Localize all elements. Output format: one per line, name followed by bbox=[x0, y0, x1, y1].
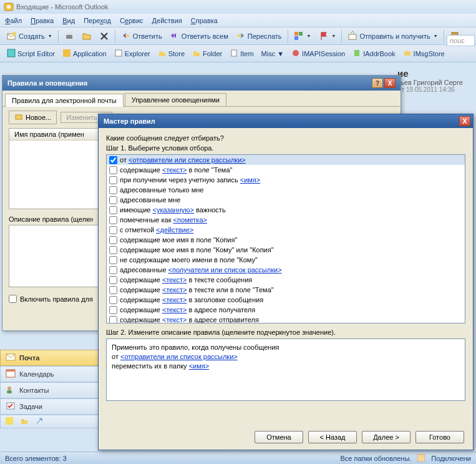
menu-help[interactable]: Справка bbox=[191, 17, 218, 24]
send-receive-button[interactable]: Отправить и получить▼ bbox=[344, 30, 440, 42]
toolbar-main: Создать▼ Ответить Ответить всем Переслат… bbox=[0, 27, 476, 45]
menu-file[interactable]: Файл bbox=[5, 17, 22, 24]
condition-checkbox[interactable] bbox=[109, 276, 117, 284]
condition-checkbox[interactable] bbox=[109, 226, 117, 234]
rules-dialog-header[interactable]: Правила и оповещения ? X bbox=[2, 76, 401, 91]
menubar: Файл Правка Вид Переход Сервис Действия … bbox=[0, 14, 476, 27]
condition-link[interactable]: <текст> bbox=[162, 306, 187, 313]
wizard-back-button[interactable]: < Назад bbox=[308, 431, 357, 443]
desc-sender-link[interactable]: <отправители или список рассылки> bbox=[120, 353, 238, 360]
condition-link[interactable]: <действие> bbox=[156, 226, 193, 234]
flag-button[interactable]: ▼ bbox=[316, 30, 339, 42]
conditions-list[interactable]: от <отправители или список рассылки>соде… bbox=[106, 154, 465, 323]
condition-item[interactable]: содержащие <текст> в поле "Тема" bbox=[107, 165, 465, 175]
close-button[interactable]: X bbox=[384, 78, 396, 88]
move-button[interactable] bbox=[79, 30, 95, 42]
condition-item[interactable]: имеющие <указанную> важность bbox=[107, 205, 465, 215]
nav-tasks[interactable]: Задачи bbox=[0, 398, 100, 415]
condition-link[interactable]: <имя> bbox=[240, 176, 261, 184]
wizard-header[interactable]: Мастер правил X bbox=[99, 114, 473, 128]
condition-link[interactable]: <текст> bbox=[162, 286, 187, 294]
condition-checkbox[interactable] bbox=[109, 256, 117, 264]
menu-edit[interactable]: Правка bbox=[31, 17, 54, 24]
condition-item[interactable]: содержащие <текст> в адресе получателя bbox=[107, 305, 465, 315]
reply-all-button[interactable]: Ответить всем bbox=[167, 30, 231, 42]
desc-folder-link[interactable]: <имя> bbox=[189, 362, 210, 370]
svg-rect-10 bbox=[294, 36, 298, 40]
item-button[interactable]: Item bbox=[226, 47, 256, 60]
menu-service[interactable]: Сервис bbox=[120, 17, 143, 24]
delete-button[interactable] bbox=[96, 30, 112, 42]
condition-item[interactable]: содержащие <текст> в тексте или в поле "… bbox=[107, 285, 465, 295]
store-button[interactable]: Store bbox=[155, 47, 188, 60]
condition-checkbox[interactable] bbox=[109, 206, 117, 214]
condition-link[interactable]: <текст> bbox=[162, 276, 187, 284]
tab-alerts[interactable]: Управление оповещениями bbox=[125, 93, 226, 106]
menu-goto[interactable]: Переход bbox=[84, 17, 111, 24]
condition-checkbox[interactable] bbox=[109, 196, 117, 204]
mapi-button[interactable]: IMAPISession bbox=[288, 47, 348, 60]
wizard-next-button[interactable]: Далее > bbox=[362, 431, 410, 443]
print-button[interactable] bbox=[61, 30, 77, 42]
nav-mail[interactable]: Почта bbox=[0, 350, 100, 366]
condition-item[interactable]: содержащие мое имя в поле "Кому" или "Ко… bbox=[107, 245, 465, 255]
condition-item[interactable]: адресованные <получатели или список расс… bbox=[107, 265, 465, 275]
misc-button[interactable]: Misc▼ bbox=[258, 49, 288, 59]
categorize-button[interactable]: ▼ bbox=[291, 30, 314, 42]
menu-actions[interactable]: Действия bbox=[152, 17, 182, 24]
condition-checkbox[interactable] bbox=[109, 216, 117, 224]
condition-item[interactable]: помеченные как <пометка> bbox=[107, 215, 465, 225]
condition-link[interactable]: <получатели или список рассылки> bbox=[168, 266, 282, 274]
condition-checkbox[interactable] bbox=[109, 266, 117, 274]
condition-item[interactable]: содержащие <текст> в тексте сообщения bbox=[107, 275, 465, 285]
condition-item[interactable]: от <отправители или список рассылки> bbox=[107, 155, 465, 165]
nav-contacts[interactable]: Контакты bbox=[0, 382, 100, 398]
explorer-button[interactable]: Explorer bbox=[111, 47, 153, 60]
condition-link[interactable]: <пометка> bbox=[173, 216, 207, 224]
wizard-finish-button[interactable]: Готово bbox=[415, 431, 464, 443]
condition-checkbox[interactable] bbox=[109, 156, 117, 164]
nav-shortcuts[interactable] bbox=[0, 415, 100, 428]
condition-link[interactable]: <текст> bbox=[162, 296, 187, 304]
statusbar: Всего элементов: 3 Все папки обновлены. … bbox=[0, 452, 476, 464]
application-button[interactable]: Application bbox=[59, 47, 110, 60]
forward-button[interactable]: Переслать bbox=[233, 30, 285, 42]
condition-link[interactable]: <текст> bbox=[162, 166, 187, 174]
folder-button[interactable]: Folder bbox=[189, 47, 225, 60]
wizard-close-button[interactable]: X bbox=[459, 116, 470, 126]
new-button[interactable]: Создать▼ bbox=[4, 30, 56, 42]
condition-item[interactable]: при получении через учетную запись <имя> bbox=[107, 175, 465, 185]
condition-item[interactable]: содержащие мое имя в поле "Копия" bbox=[107, 235, 465, 245]
condition-item[interactable]: адресованные мне bbox=[107, 195, 465, 205]
wizard-cancel-button[interactable]: Отмена bbox=[255, 431, 303, 443]
condition-checkbox[interactable] bbox=[109, 286, 117, 294]
script-editor-button[interactable]: Script Editor bbox=[4, 47, 58, 60]
condition-checkbox[interactable] bbox=[109, 296, 117, 304]
menu-view[interactable]: Вид bbox=[62, 17, 75, 24]
condition-item[interactable]: не содержащие моего имени в поле "Кому" bbox=[107, 255, 465, 265]
condition-checkbox[interactable] bbox=[109, 166, 117, 174]
tab-email-rules[interactable]: Правила для электронной почты bbox=[5, 94, 124, 107]
condition-link[interactable]: <отправители или список рассылки> bbox=[129, 156, 246, 164]
condition-checkbox[interactable] bbox=[109, 176, 117, 184]
condition-checkbox[interactable] bbox=[109, 236, 117, 244]
nav-calendar[interactable]: Календарь bbox=[0, 366, 100, 382]
condition-link[interactable]: <указанную> bbox=[152, 206, 193, 214]
reply-button[interactable]: Ответить bbox=[118, 30, 165, 42]
condition-item[interactable]: с отметкой <действие> bbox=[107, 225, 465, 235]
condition-item[interactable]: содержащие <текст> в заголовке сообщения bbox=[107, 295, 465, 305]
enable-rules-checkbox[interactable] bbox=[9, 295, 17, 303]
svg-rect-19 bbox=[404, 51, 410, 56]
addrbook-button[interactable]: IAddrBook bbox=[349, 47, 398, 60]
condition-item[interactable]: содержащие <текст> в адресе отправителя bbox=[107, 315, 465, 323]
msgstore-button[interactable]: IMsgStore bbox=[400, 47, 448, 60]
condition-link[interactable]: <текст> bbox=[162, 316, 187, 323]
new-rule-button[interactable]: Новое... bbox=[9, 111, 57, 124]
condition-checkbox[interactable] bbox=[109, 246, 117, 254]
condition-checkbox[interactable] bbox=[109, 186, 117, 194]
condition-checkbox[interactable] bbox=[109, 316, 117, 324]
condition-item[interactable]: адресованные только мне bbox=[107, 185, 465, 195]
help-button[interactable]: ? bbox=[372, 78, 383, 88]
search-input[interactable]: поис bbox=[447, 35, 475, 46]
condition-checkbox[interactable] bbox=[109, 306, 117, 314]
